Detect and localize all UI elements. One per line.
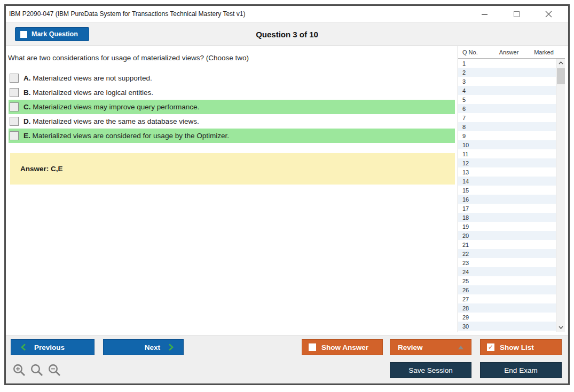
question-list-row[interactable]: 21 — [458, 240, 556, 249]
question-list-row[interactable]: 20 — [458, 231, 556, 240]
show-list-button[interactable]: ✓ Show List — [480, 339, 562, 355]
maximize-icon — [514, 11, 520, 17]
row-question-number: 9 — [458, 133, 487, 139]
mark-question-checkbox[interactable] — [20, 31, 27, 38]
option-text: D. Materialized views are the same as da… — [23, 117, 199, 125]
question-list-row[interactable]: 3 — [458, 77, 556, 86]
show-answer-button[interactable]: Show Answer — [302, 339, 383, 355]
show-answer-checkbox[interactable] — [309, 343, 316, 351]
previous-button[interactable]: Previous — [11, 339, 95, 355]
row-question-number: 12 — [458, 160, 487, 166]
question-area: What are two considerations for usage of… — [6, 46, 568, 335]
row-question-number: 5 — [458, 97, 487, 103]
minimize-button[interactable] — [475, 7, 493, 21]
question-list-scrollbar[interactable] — [556, 59, 565, 332]
row-question-number: 7 — [458, 115, 487, 121]
question-list-row[interactable]: 9 — [458, 131, 556, 140]
question-list-row[interactable]: 2 — [458, 68, 556, 77]
question-list-row[interactable]: 30 — [458, 322, 556, 331]
row-question-number: 15 — [458, 187, 487, 194]
review-button[interactable]: Review — [390, 339, 471, 355]
question-list-row[interactable]: 8 — [458, 122, 556, 131]
scroll-up-button[interactable] — [556, 59, 565, 67]
close-icon — [545, 11, 552, 18]
question-list-row[interactable]: 16 — [458, 195, 556, 204]
question-list-row[interactable]: 19 — [458, 222, 556, 231]
answer-box: Answer: C,E — [10, 153, 455, 185]
zoom-out-icon[interactable] — [48, 363, 61, 377]
option-checkbox[interactable] — [10, 117, 19, 126]
exam-window: IBM P2090-047 (IBM PureData System for T… — [4, 4, 570, 385]
title-bar: IBM P2090-047 (IBM PureData System for T… — [6, 6, 568, 22]
question-list-row[interactable]: 4 — [458, 86, 556, 95]
question-list-row[interactable]: 13 — [458, 167, 556, 177]
question-list-row[interactable]: 12 — [458, 158, 556, 167]
question-list-row[interactable]: 10 — [458, 140, 556, 149]
row-question-number: 10 — [458, 142, 487, 148]
zoom-tools — [12, 363, 61, 377]
close-button[interactable] — [539, 7, 557, 21]
end-exam-label: End Exam — [504, 366, 537, 374]
question-list-row[interactable]: 6 — [458, 104, 556, 113]
question-list-row[interactable]: 23 — [458, 258, 556, 267]
question-list-row[interactable]: 28 — [458, 303, 556, 313]
option-checkbox[interactable] — [10, 131, 19, 140]
row-question-number: 22 — [458, 251, 487, 257]
row-question-number: 30 — [458, 323, 487, 330]
row-question-number: 2 — [458, 69, 487, 76]
question-list-row[interactable]: 7 — [458, 113, 556, 122]
question-list-panel: Q No. Answer Marked 12345678910111213141… — [458, 46, 565, 332]
row-question-number: 6 — [458, 106, 487, 112]
question-list-row[interactable]: 15 — [458, 186, 556, 195]
row-question-number: 28 — [458, 305, 487, 311]
option-checkbox[interactable] — [10, 74, 19, 83]
row-question-number: 11 — [458, 151, 487, 157]
show-list-checkbox[interactable]: ✓ — [487, 343, 494, 351]
question-list-row[interactable]: 18 — [458, 213, 556, 222]
row-question-number: 4 — [458, 87, 487, 94]
row-question-number: 3 — [458, 78, 487, 85]
answer-option-d[interactable]: D. Materialized views are the same as da… — [9, 114, 455, 129]
answer-option-c[interactable]: C. Materialized views may improve query … — [9, 100, 455, 114]
row-question-number: 25 — [458, 278, 487, 284]
question-list-row[interactable]: 24 — [458, 267, 556, 276]
question-list-row[interactable]: 17 — [458, 204, 556, 213]
scrollbar-thumb[interactable] — [557, 68, 565, 84]
scroll-down-button[interactable] — [556, 323, 565, 332]
mark-question-button[interactable]: Mark Question — [15, 27, 89, 41]
question-list-row[interactable]: 14 — [458, 177, 556, 186]
column-header-answer: Answer — [487, 49, 530, 55]
option-checkbox[interactable] — [10, 102, 19, 111]
previous-label: Previous — [34, 343, 65, 351]
row-question-number: 29 — [458, 314, 487, 321]
next-button[interactable]: Next — [103, 339, 184, 355]
question-list-row[interactable]: 27 — [458, 294, 556, 303]
row-question-number: 27 — [458, 296, 487, 302]
answer-option-a[interactable]: A. Materialized views are not supported. — [9, 71, 455, 85]
option-text: C. Materialized views may improve query … — [23, 103, 199, 111]
question-list-row[interactable]: 5 — [458, 95, 556, 104]
save-session-button[interactable]: Save Session — [390, 362, 471, 378]
question-list-row[interactable]: 22 — [458, 249, 556, 258]
question-list-row[interactable]: 25 — [458, 276, 556, 285]
zoom-in-icon[interactable] — [12, 363, 26, 377]
chevron-left-icon — [21, 343, 26, 351]
option-text: A. Materialized views are not supported. — [23, 74, 152, 82]
zoom-reset-icon[interactable] — [30, 363, 44, 377]
question-list-header: Q No. Answer Marked — [458, 46, 565, 59]
question-list-row[interactable]: 29 — [458, 313, 556, 322]
question-list-row[interactable]: 1 — [458, 59, 556, 68]
end-exam-button[interactable]: End Exam — [480, 362, 562, 378]
answer-option-b[interactable]: B. Materialized views are logical entiti… — [9, 85, 455, 100]
maximize-button[interactable] — [507, 7, 525, 21]
column-header-qno: Q No. — [458, 49, 487, 55]
row-question-number: 19 — [458, 223, 487, 230]
show-list-label: Show List — [500, 343, 534, 351]
row-question-number: 18 — [458, 214, 487, 221]
triangle-up-icon — [458, 346, 463, 349]
row-question-number: 1 — [458, 60, 487, 67]
question-list-row[interactable]: 26 — [458, 285, 556, 294]
question-list-row[interactable]: 11 — [458, 149, 556, 158]
answer-option-e[interactable]: E. Materialized views are considered for… — [9, 129, 455, 143]
option-checkbox[interactable] — [10, 88, 19, 97]
